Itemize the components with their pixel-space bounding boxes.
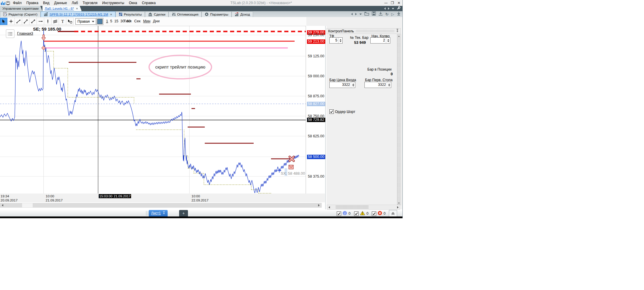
time-axis[interactable]: 19:3420.09.201710:0021.09.201715:03:0021… bbox=[0, 194, 325, 202]
spinner-arrows-icon[interactable] bbox=[386, 38, 390, 43]
chart-horizontal-scrollbar[interactable] bbox=[0, 203, 322, 208]
crosshair-tool-button[interactable] bbox=[7, 18, 15, 25]
scroll-right-icon[interactable] bbox=[355, 13, 357, 15]
chevron-down-icon[interactable] bbox=[392, 8, 394, 9]
export-icon[interactable] bbox=[379, 11, 383, 17]
menu-item-1[interactable]: Файл bbox=[11, 1, 24, 5]
menu-item-7[interactable]: Инструменты bbox=[100, 1, 127, 5]
save-icon[interactable] bbox=[372, 11, 376, 17]
pin-icon[interactable] bbox=[396, 29, 399, 33]
start-qty-spinner[interactable]: 2 bbox=[370, 37, 390, 44]
horizontal-segment-tool-button[interactable] bbox=[37, 18, 44, 25]
close-tab-icon[interactable]: × bbox=[110, 13, 112, 16]
chart-toolbar: T Правая 15153060 ТикиСекМинДни bbox=[0, 17, 306, 26]
trend-seg-tool-button[interactable] bbox=[29, 18, 37, 25]
view-tab-label: Сделки bbox=[154, 13, 165, 16]
scroll-right-icon[interactable] bbox=[388, 7, 389, 10]
sliders-icon bbox=[172, 12, 176, 17]
unit-сек[interactable]: Сек bbox=[134, 19, 141, 23]
close-button[interactable]: ✕ bbox=[397, 1, 401, 5]
trend-line-tool-button[interactable] bbox=[15, 18, 22, 25]
info-filter-checkbox[interactable] bbox=[337, 211, 341, 216]
scroll-left-icon[interactable] bbox=[351, 13, 353, 15]
menu-item-4[interactable]: Данные bbox=[52, 1, 69, 5]
open-folder-icon[interactable] bbox=[364, 11, 369, 17]
spinner-arrows-icon[interactable] bbox=[351, 82, 355, 88]
pane-link[interactable]: Главная3 bbox=[17, 31, 33, 36]
control-panel-header[interactable]: КонтролПанель bbox=[326, 28, 401, 34]
select-tool-button[interactable] bbox=[0, 18, 7, 25]
view-tab-параметры[interactable]: Параметры bbox=[202, 11, 231, 17]
channel-tool-button[interactable] bbox=[52, 18, 59, 25]
pin-icon[interactable] bbox=[163, 211, 165, 215]
view-tab-оптимизация[interactable]: Оптимизация bbox=[169, 11, 202, 17]
close-tab-icon[interactable]: × bbox=[76, 7, 78, 10]
spinner-arrows-icon[interactable] bbox=[387, 82, 391, 88]
warning-icon: ! bbox=[360, 211, 365, 216]
view-tab-доход[interactable]: Доход bbox=[232, 11, 253, 17]
menu-item-2[interactable]: Правка bbox=[24, 1, 41, 5]
view-tab-сделки[interactable]: Сделки bbox=[145, 11, 169, 17]
drawing-tools: T bbox=[0, 18, 74, 25]
wrench-icon[interactable] bbox=[397, 6, 401, 11]
first-stop-bar-spinner[interactable]: 3322 bbox=[364, 82, 391, 88]
color-swatch-button[interactable] bbox=[96, 18, 103, 25]
add-sheet-button[interactable]: + bbox=[179, 210, 188, 216]
warning-filter-checkbox[interactable] bbox=[354, 211, 359, 216]
maximize-button[interactable]: ❐ bbox=[390, 1, 395, 5]
unit-мин[interactable]: Мин bbox=[143, 19, 150, 23]
timeframe-5[interactable]: 5 bbox=[110, 19, 112, 23]
scroll-left-arrow[interactable] bbox=[0, 203, 5, 208]
scroll-right-arrow[interactable] bbox=[397, 206, 399, 209]
unit-тики[interactable]: Тики bbox=[124, 19, 132, 23]
export-monitor-icon[interactable] bbox=[6, 1, 10, 6]
play-icon[interactable]: ▷ bbox=[391, 12, 394, 16]
trend-ray-tool-button[interactable] bbox=[22, 18, 29, 25]
timeframe-1[interactable]: 1 bbox=[106, 19, 108, 23]
spinner-arrows-icon[interactable] bbox=[338, 38, 342, 43]
pane-menu-button[interactable] bbox=[6, 29, 14, 38]
delete-drawing-tool-button[interactable] bbox=[66, 18, 74, 25]
price-axis[interactable]: 59 279.0059 250.0059 213.0059 125.0059 0… bbox=[306, 26, 325, 194]
app-logo-icon bbox=[1, 1, 6, 6]
timeframe-15[interactable]: 15 bbox=[114, 19, 118, 23]
axis-side-dropdown[interactable]: Правая bbox=[75, 18, 96, 25]
doc-tab-label: Лаб: Levels H1 - 6* bbox=[45, 7, 74, 10]
sheet-tab-list1[interactable]: Лист1 bbox=[149, 210, 168, 216]
menu-item-6[interactable]: Торговля bbox=[80, 1, 100, 5]
panel-grip[interactable] bbox=[356, 30, 394, 32]
text-tool-button[interactable]: T bbox=[59, 18, 66, 25]
scrollbar-thumb[interactable] bbox=[336, 205, 369, 209]
collapse-log-button[interactable] bbox=[389, 210, 397, 217]
menu-item-3[interactable]: Вид bbox=[41, 1, 52, 5]
entry-price-bar-spinner[interactable]: 3322 bbox=[329, 82, 355, 88]
toolbar-right-fill bbox=[306, 17, 402, 26]
unit-дни[interactable]: Дни bbox=[153, 19, 159, 23]
short-order-checkbox[interactable] bbox=[329, 109, 334, 114]
scrollbar-thumb[interactable] bbox=[22, 203, 33, 207]
doc-tab-2[interactable]: Лаб: Levels H1 - 6*× bbox=[42, 6, 82, 11]
view-tab-редактор-скрипт-[interactable]: Редактор (Скрипт) bbox=[0, 11, 41, 17]
price-chart[interactable]: SE; 59 185.00SX; 58 488.00скрипт трейлит… bbox=[0, 26, 306, 194]
menu-item-9[interactable]: Справка bbox=[139, 1, 158, 5]
scroll-left-icon[interactable] bbox=[384, 7, 386, 10]
doc-tab-1[interactable]: Управление скриптами bbox=[0, 6, 42, 11]
scroll-left-arrow[interactable] bbox=[328, 206, 330, 209]
view-tab-результаты[interactable]: Результаты bbox=[115, 11, 145, 17]
chevron-down-icon[interactable] bbox=[359, 14, 362, 15]
price-label: 58 375.00 bbox=[307, 174, 325, 179]
panel-horizontal-scrollbar[interactable] bbox=[327, 205, 400, 210]
view-tab-spfb-si-12-17-170915-171215-m1-1m[interactable]: SPFB.SI-12.17 170915 171215-M1:1M× bbox=[41, 11, 115, 17]
scroll-right-arrow[interactable] bbox=[316, 203, 321, 208]
refresh-icon[interactable]: ↻ bbox=[385, 12, 389, 16]
price-label: 58 827.00 bbox=[307, 102, 325, 106]
download-run-icon[interactable] bbox=[397, 11, 401, 17]
vertical-segment-tool-button[interactable] bbox=[44, 18, 52, 25]
panel-vertical-scrollbar[interactable] bbox=[397, 34, 401, 205]
menu-item-5[interactable]: Лаб bbox=[69, 1, 80, 5]
error-filter-checkbox[interactable] bbox=[372, 211, 376, 216]
svg-text:!: ! bbox=[362, 212, 363, 215]
menu-item-8[interactable]: Окна bbox=[127, 1, 140, 5]
minimize-button[interactable]: — bbox=[384, 1, 388, 5]
tf-spinner[interactable]: 5 bbox=[329, 37, 343, 44]
